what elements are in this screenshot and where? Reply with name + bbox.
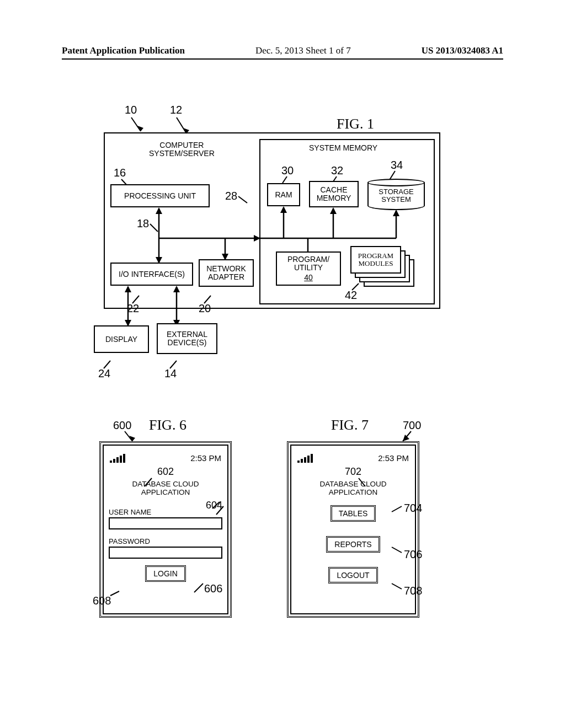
label-ram: RAM	[275, 190, 292, 199]
ref-602: 602	[109, 466, 222, 478]
ref-40: 40	[304, 273, 313, 282]
ref-700: 700	[403, 419, 421, 432]
header-mid: Dec. 5, 2013 Sheet 1 of 7	[255, 45, 351, 56]
ref-706: 706	[404, 548, 422, 561]
label-program-modules: PROGRAM MODULES	[358, 252, 393, 268]
ref-704: 704	[404, 502, 422, 515]
fig7-title: FIG. 7	[331, 417, 369, 433]
label-io-interfaces: I/O INTERFACE(S)	[119, 270, 185, 279]
ref-606: 606	[204, 582, 222, 595]
header-right: US 2013/0324083 A1	[422, 45, 503, 56]
ref-24: 24	[98, 367, 110, 380]
header-left: Patent Application Publication	[62, 45, 185, 56]
box-display: DISPLAY	[94, 325, 149, 353]
label-external-devices: EXTERNAL DEVICE(S)	[167, 330, 207, 347]
label-cache-memory: CACHE MEMORY	[317, 186, 351, 203]
label-network-adapter: NETWORK ADAPTER	[206, 265, 246, 282]
time-fig7: 2:53 PM	[378, 453, 409, 463]
signal-icon	[110, 454, 125, 463]
label-system-memory: SYSTEM MEMORY	[309, 143, 377, 152]
box-processing-unit: PROCESSING UNIT	[110, 184, 210, 207]
svg-marker-41	[129, 436, 135, 441]
ref-12: 12	[170, 104, 182, 116]
label-display: DISPLAY	[105, 335, 137, 344]
box-network-adapter: NETWORK ADAPTER	[199, 259, 254, 287]
label-processing-unit: PROCESSING UNIT	[124, 191, 196, 200]
statusbar-fig7: 2:53 PM	[296, 451, 410, 463]
fig6-title: FIG. 6	[149, 417, 186, 433]
fig1-title: FIG. 1	[337, 116, 374, 132]
label-storage-system: STORAGE SYSTEM	[379, 188, 413, 204]
label-password: PASSWORD	[109, 537, 222, 545]
svg-marker-48	[403, 435, 409, 441]
box-io-interfaces: I/O INTERFACE(S)	[110, 263, 193, 286]
page-header: Patent Application Publication Dec. 5, 2…	[62, 45, 503, 60]
ref-22: 22	[127, 302, 139, 315]
svg-marker-1	[137, 126, 143, 131]
box-program-utility: PROGRAM/ UTILITY 40	[276, 251, 341, 286]
svg-line-2	[177, 117, 186, 133]
app-title-fig6: DATABASE CLOUD APPLICATION	[109, 480, 222, 496]
reports-button[interactable]: REPORTS	[326, 536, 380, 553]
login-button[interactable]: LOGIN	[145, 565, 186, 582]
statusbar-fig6: 2:53 PM	[109, 451, 222, 463]
ref-600: 600	[113, 419, 131, 432]
time-fig6: 2:53 PM	[190, 453, 221, 463]
figure-1: FIG. 1 10 12 16 18 28 30 32 34 42 COMPUT…	[88, 99, 458, 386]
box-ram: RAM	[267, 183, 300, 206]
box-cache-memory: CACHE MEMORY	[309, 181, 359, 207]
svg-line-40	[125, 431, 132, 441]
svg-line-0	[131, 117, 141, 131]
ref-10: 10	[125, 104, 137, 116]
svg-line-47	[403, 431, 411, 441]
input-password[interactable]	[109, 547, 222, 559]
ref-20: 20	[199, 302, 211, 315]
stack-program-modules: PROGRAM MODULES	[350, 246, 417, 288]
ref-14: 14	[164, 367, 177, 380]
signal-icon	[297, 454, 313, 463]
ref-708: 708	[404, 585, 422, 597]
input-username[interactable]	[109, 517, 222, 529]
tables-button[interactable]: TABLES	[331, 505, 376, 522]
app-title-fig7: DATABASE CLOUD APPLICATION	[296, 480, 410, 496]
logout-button[interactable]: LOGOUT	[328, 567, 377, 584]
phone-fig7: 2:53 PM 702 DATABASE CLOUD APPLICATION T…	[287, 441, 419, 618]
ref-702: 702	[296, 466, 410, 478]
box-external-devices: EXTERNAL DEVICE(S)	[157, 323, 217, 354]
ref-608: 608	[93, 595, 111, 607]
label-program-utility: PROGRAM/ UTILITY	[287, 255, 329, 272]
